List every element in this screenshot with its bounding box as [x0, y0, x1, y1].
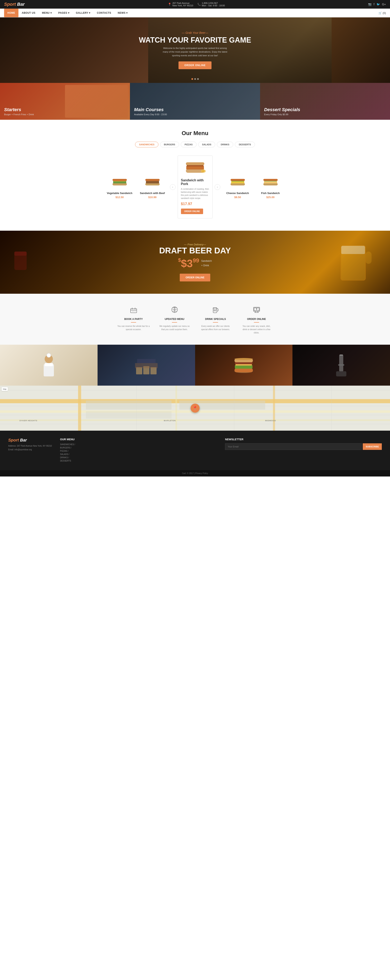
- gallery-beer-tap[interactable]: [292, 345, 390, 386]
- menu-prev-button[interactable]: ‹: [170, 184, 176, 190]
- category-desserts[interactable]: Dessert Specials Every Friday Only $0.99: [260, 83, 390, 120]
- beer-banner-section: Free Delivery DRAFT BEER DAY $$399 Sandw…: [0, 231, 390, 294]
- copyright-text: Cart: © 2017 | Privacy Policy: [182, 472, 208, 474]
- gallery-chef[interactable]: [0, 345, 98, 386]
- nav-home[interactable]: HOME: [4, 9, 18, 17]
- newsletter-subscribe-button[interactable]: SUBSCRIBE: [363, 443, 382, 450]
- map-label-dyker: DYKER HEIGHTS: [19, 420, 37, 422]
- main-courses-title: Main Courses: [134, 107, 167, 112]
- beer-price: $$399: [178, 257, 199, 270]
- site-logo: Sport Bar: [4, 2, 25, 7]
- googleplus-icon[interactable]: G+: [382, 3, 386, 6]
- footer-newsletter-form: SUBSCRIBE: [225, 443, 382, 450]
- hero-order-button[interactable]: ORDER ONLINE: [179, 61, 211, 69]
- main-courses-content: Main Courses Available Every Day 9:00 - …: [134, 107, 167, 116]
- footer-link-drinks[interactable]: DRINKS /: [60, 457, 217, 459]
- tab-salads[interactable]: SALADS: [198, 142, 215, 147]
- desserts-content: Dessert Specials Every Friday Only $0.99: [264, 107, 300, 116]
- starters-title: Starters: [4, 107, 34, 112]
- gallery-interior[interactable]: [98, 345, 195, 386]
- cheese-sandwich-name: Cheese Sandwich: [222, 192, 253, 195]
- menu-next-button[interactable]: ›: [214, 184, 220, 190]
- menu-icon: [169, 304, 180, 315]
- menu-item-beef[interactable]: Sandwich with Beef $10.99: [137, 175, 168, 199]
- footer-link-desserts[interactable]: DESSERTS: [60, 460, 217, 462]
- menu-tabs: SANDWICHES BURGERS PIZZAS SALADS DRINKS …: [4, 142, 386, 147]
- address-line2: New York, NY 90210: [173, 4, 193, 7]
- pork-sandwich-price: $17.97: [181, 202, 209, 206]
- svg-rect-21: [263, 179, 278, 181]
- menu-item-cheese[interactable]: Cheese Sandwich $9.50: [222, 175, 253, 199]
- location-pin-icon: 📍: [168, 3, 171, 6]
- carousel-dot-2[interactable]: [194, 78, 196, 80]
- menu-item-vegetable[interactable]: Vegetable Sandwich $12.50: [104, 175, 135, 199]
- hero-carousel-dots: [192, 78, 199, 80]
- map-zoom-control[interactable]: Map: [2, 387, 8, 391]
- carousel-dot-3[interactable]: [197, 78, 199, 80]
- menu-item-pork-featured[interactable]: Sandwich with Pork A combination of roas…: [178, 156, 213, 218]
- carousel-dot-1[interactable]: [192, 78, 193, 80]
- nav-news[interactable]: NEWS ▾: [115, 9, 131, 17]
- header-phone: 📞 1-800-1234-567 Mon - Sat: 9:00 - 18:00: [197, 2, 225, 7]
- drink-specials-underline: [213, 322, 218, 323]
- twitter-icon[interactable]: 🐦: [376, 3, 380, 6]
- nav-menu[interactable]: MENU ▾: [39, 9, 55, 17]
- svg-point-64: [235, 358, 253, 360]
- fish-sandwich-img: [261, 175, 280, 189]
- footer-link-burgers[interactable]: BURGERS /: [60, 447, 217, 449]
- newsletter-email-input[interactable]: [225, 443, 362, 450]
- svg-rect-60: [235, 365, 253, 369]
- map-label-mapleton: MAPLETON: [164, 420, 176, 422]
- tab-desserts[interactable]: DESSERTS: [235, 142, 255, 147]
- header-contact-info: 📍 267 Park Avenue New York, NY 90210 📞 1…: [168, 2, 225, 7]
- beer-title: DRAFT BEER DAY: [8, 246, 382, 255]
- updated-menu-desc: We regularly update our menu so that you…: [158, 325, 191, 331]
- nav-contacts[interactable]: CONTACTS: [94, 9, 115, 17]
- book-party-title: BOOK A PARTY: [117, 318, 150, 321]
- tab-sandwiches[interactable]: SANDWICHES: [135, 142, 158, 147]
- feature-order-online: ORDER ONLINE You can order any snack, di…: [240, 304, 273, 334]
- svg-rect-56: [135, 363, 158, 368]
- nav-gallery[interactable]: GALLERY ▾: [72, 9, 94, 17]
- footer-newsletter-title: NEWSLETTER: [225, 438, 382, 441]
- phone-icon: 📞: [197, 3, 201, 6]
- svg-rect-51: [45, 363, 53, 366]
- nav-pages[interactable]: PAGES ▾: [55, 9, 72, 17]
- beef-sandwich-name: Sandwich with Beef: [137, 192, 168, 195]
- main-navigation: HOME ABOUT US MENU ▾ PAGES ▾ GALLERY ▾ C…: [0, 9, 390, 18]
- footer-link-pizzas[interactable]: PIZZAS /: [60, 450, 217, 452]
- beer-order-button[interactable]: ORDER ONLINE: [180, 274, 210, 282]
- features-section: BOOK A PARTY You can reserve the whole b…: [0, 294, 390, 345]
- svg-rect-3: [112, 179, 127, 181]
- cart-icon[interactable]: 🛒 (0): [379, 11, 386, 14]
- svg-line-45: [257, 311, 258, 313]
- category-starters[interactable]: Starters Burger + French Fries + Drink: [0, 83, 130, 120]
- footer-link-sandwiches[interactable]: SANDWICHES /: [60, 443, 217, 445]
- gallery-burger[interactable]: [195, 345, 292, 386]
- social-icons-group: 📷 f 🐦 G+: [368, 3, 386, 6]
- svg-rect-55: [150, 367, 157, 374]
- facebook-icon[interactable]: f: [374, 3, 374, 6]
- tab-drinks[interactable]: DRINKS: [217, 142, 233, 147]
- instagram-icon[interactable]: 📷: [368, 3, 372, 6]
- svg-rect-53: [136, 367, 142, 374]
- order-online-title: ORDER ONLINE: [240, 318, 273, 321]
- map-pin: 📍: [190, 404, 200, 413]
- tab-burgers[interactable]: BURGERS: [160, 142, 179, 147]
- footer-logo: Sport Bar: [8, 438, 52, 442]
- header-address: 📍 267 Park Avenue New York, NY 90210: [168, 2, 193, 7]
- book-party-desc: You can reserve the whole bar for a spec…: [117, 325, 150, 331]
- beef-sandwich-img: [143, 175, 162, 189]
- svg-point-52: [47, 353, 51, 357]
- footer-link-salads[interactable]: SALADS /: [60, 453, 217, 455]
- party-icon: [128, 304, 139, 315]
- menu-item-fish[interactable]: Fish Sandwich $25.00: [255, 175, 286, 199]
- fish-sandwich-name: Fish Sandwich: [255, 192, 286, 195]
- hero-section: Grab Your Beer WATCH YOUR FAVORITE GAME …: [0, 18, 390, 83]
- pork-order-button[interactable]: ORDER ONLINE: [181, 208, 203, 214]
- category-main-courses[interactable]: Main Courses Available Every Day 9:00 - …: [130, 83, 260, 120]
- footer-menu-title: OUR MENU: [60, 438, 217, 441]
- order-online-desc: You can order any snack, dish, drink or …: [240, 325, 273, 334]
- tab-pizzas[interactable]: PIZZAS: [181, 142, 197, 147]
- nav-about[interactable]: ABOUT US: [18, 9, 39, 17]
